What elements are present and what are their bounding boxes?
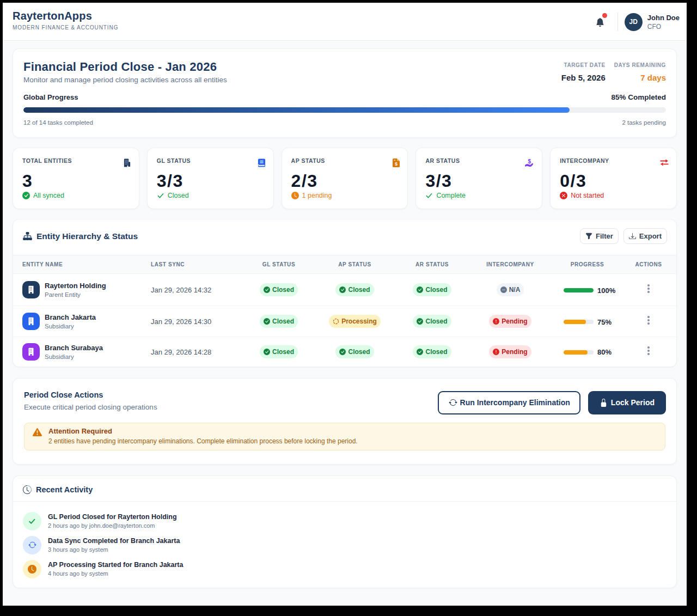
svg-text:$: $ <box>528 158 531 164</box>
svg-text:$: $ <box>395 161 398 167</box>
